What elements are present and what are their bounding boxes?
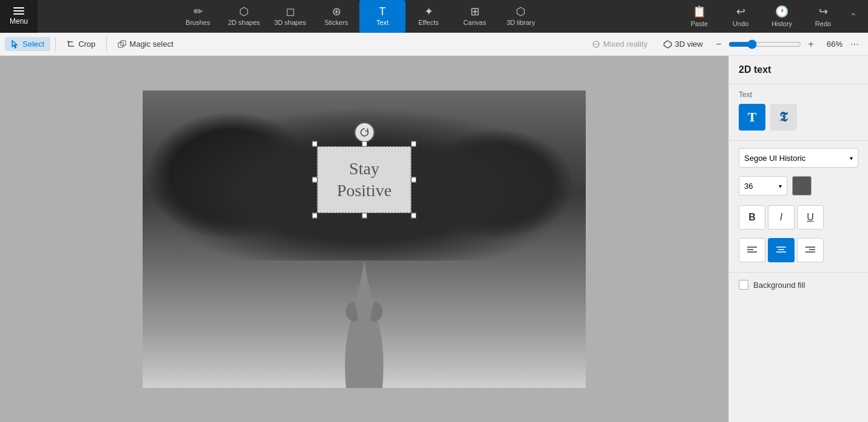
mixed-reality-icon bbox=[592, 40, 600, 49]
select-label: Select bbox=[22, 39, 44, 49]
font-size-chevron: ▾ bbox=[779, 183, 782, 189]
zoom-out-button[interactable]: − bbox=[713, 38, 725, 50]
zoom-percentage: 66% bbox=[821, 39, 843, 49]
select-icon bbox=[11, 40, 19, 49]
panel-title: 2D text bbox=[729, 56, 868, 81]
color-swatch[interactable] bbox=[792, 176, 812, 196]
zoom-in-button[interactable]: + bbox=[805, 38, 817, 50]
handle-bottom-right[interactable] bbox=[411, 213, 416, 219]
right-panel: 2D text Text T 𝕿 Segoe UI Historic ▾ 36 … bbox=[728, 56, 868, 422]
bold-button[interactable]: B bbox=[739, 205, 765, 230]
tool-stickers[interactable]: ⊛ Stickers bbox=[313, 0, 359, 33]
secondary-toolbar-right: Mixed reality 3D view − + 66% ··· bbox=[586, 36, 863, 53]
align-right-button[interactable] bbox=[797, 238, 824, 262]
paste-button[interactable]: 📋 Paste bbox=[681, 0, 717, 33]
stickers-icon: ⊛ bbox=[332, 6, 341, 17]
italic-button[interactable]: I bbox=[768, 205, 795, 230]
handle-top-left[interactable] bbox=[312, 141, 317, 146]
brushes-label: Brushes bbox=[186, 19, 210, 26]
underline-button[interactable]: U bbox=[797, 205, 824, 230]
text-plain-button[interactable]: T bbox=[739, 104, 765, 131]
background-fill-label: Background fill bbox=[753, 281, 805, 290]
brushes-icon: ✏ bbox=[194, 6, 203, 17]
view-3d-button[interactable]: 3D view bbox=[657, 37, 709, 51]
tool-3d-shapes[interactable]: ◻ 3D shapes bbox=[267, 0, 313, 33]
toolbar-tools: ✏ Brushes ⬡ 2D shapes ◻ 3D shapes ⊛ Stic… bbox=[38, 0, 681, 33]
toolbar-separator-2 bbox=[106, 37, 107, 52]
hand-area bbox=[328, 230, 401, 388]
font-size-value: 36 bbox=[744, 182, 753, 191]
canvas-area[interactable]: Stay Positive bbox=[0, 56, 728, 422]
redo-label: Redo bbox=[815, 20, 831, 27]
history-icon: 🕐 bbox=[775, 5, 788, 18]
handle-bottom-left[interactable] bbox=[312, 213, 317, 219]
3d-shapes-label: 3D shapes bbox=[274, 19, 307, 26]
effects-label: Effects bbox=[418, 19, 438, 26]
more-options-button[interactable]: ··· bbox=[846, 36, 863, 53]
rotation-handle[interactable] bbox=[354, 122, 375, 143]
text-section-label: Text bbox=[729, 87, 868, 101]
bold-icon: B bbox=[748, 212, 756, 223]
top-toolbar: Menu ✏ Brushes ⬡ 2D shapes ◻ 3D shapes ⊛… bbox=[0, 0, 868, 33]
stickers-label: Stickers bbox=[324, 19, 348, 26]
text-decorative-icon: 𝕿 bbox=[779, 109, 788, 125]
background-fill-checkbox[interactable] bbox=[739, 280, 748, 290]
tool-brushes[interactable]: ✏ Brushes bbox=[175, 0, 221, 33]
zoom-slider[interactable] bbox=[728, 39, 801, 49]
italic-icon: I bbox=[780, 212, 782, 223]
menu-icon bbox=[13, 7, 24, 15]
text-decorative-button[interactable]: 𝕿 bbox=[770, 104, 797, 131]
tool-2d-shapes[interactable]: ⬡ 2D shapes bbox=[221, 0, 267, 33]
3d-library-icon: ⬡ bbox=[516, 6, 526, 17]
undo-button[interactable]: ↩ Undo bbox=[722, 0, 759, 33]
size-row: 36 ▾ bbox=[729, 172, 868, 202]
text-icon: T bbox=[379, 6, 386, 17]
align-right-icon bbox=[805, 246, 815, 254]
font-family-chevron: ▾ bbox=[850, 155, 853, 162]
align-buttons bbox=[729, 236, 868, 270]
select-button[interactable]: Select bbox=[5, 37, 50, 51]
handle-top-right[interactable] bbox=[411, 141, 416, 146]
text-selection-box[interactable]: Stay Positive bbox=[317, 146, 412, 214]
history-label: History bbox=[771, 20, 792, 27]
handle-top-middle[interactable] bbox=[362, 141, 367, 146]
redo-icon: ↪ bbox=[819, 5, 828, 18]
font-family-value: Segoe UI Historic bbox=[744, 154, 805, 163]
mixed-reality-label: Mixed reality bbox=[603, 39, 648, 49]
svg-marker-4 bbox=[664, 41, 671, 48]
handle-middle-left[interactable] bbox=[312, 177, 317, 182]
text-selection-container[interactable]: Stay Positive bbox=[317, 122, 412, 214]
selection-handles bbox=[315, 144, 414, 216]
crop-label: Crop bbox=[78, 39, 95, 49]
tool-effects[interactable]: ✦ Effects bbox=[405, 0, 452, 33]
3d-shapes-icon: ◻ bbox=[286, 6, 295, 17]
paste-icon: 📋 bbox=[693, 5, 706, 18]
redo-button[interactable]: ↪ Redo bbox=[805, 0, 841, 33]
font-family-select[interactable]: Segoe UI Historic ▾ bbox=[739, 148, 858, 168]
canvas-label: Canvas bbox=[463, 19, 486, 26]
magic-select-icon bbox=[118, 40, 126, 49]
mixed-reality-button[interactable]: Mixed reality bbox=[586, 37, 654, 51]
menu-button[interactable]: Menu bbox=[0, 0, 38, 33]
align-left-icon bbox=[747, 246, 757, 254]
handle-middle-right[interactable] bbox=[411, 177, 416, 182]
rotation-icon bbox=[359, 128, 369, 137]
crop-button[interactable]: Crop bbox=[61, 37, 101, 51]
align-left-button[interactable] bbox=[739, 238, 765, 262]
main-area: Stay Positive 2D text Text T 𝕿 Segoe UI … bbox=[0, 56, 868, 422]
tool-text[interactable]: T Text bbox=[359, 0, 405, 33]
tool-3d-library[interactable]: ⬡ 3D library bbox=[498, 0, 544, 33]
align-center-button[interactable] bbox=[768, 238, 795, 262]
magic-select-button[interactable]: Magic select bbox=[112, 37, 179, 51]
text-plain-icon: T bbox=[748, 109, 757, 125]
tool-canvas[interactable]: ⊞ Canvas bbox=[452, 0, 498, 33]
format-buttons: B I U bbox=[729, 202, 868, 236]
align-center-icon bbox=[776, 246, 786, 254]
zoom-control: − + 66% bbox=[713, 38, 843, 50]
font-size-select[interactable]: 36 ▾ bbox=[739, 176, 787, 196]
history-button[interactable]: 🕐 History bbox=[764, 0, 800, 33]
toolbar-right: 📋 Paste ↩ Undo 🕐 History ↪ Redo ⌃ bbox=[681, 0, 868, 33]
collapse-panel-button[interactable]: ⌃ bbox=[846, 0, 861, 33]
text-style-buttons: T 𝕿 bbox=[729, 101, 868, 138]
handle-bottom-middle[interactable] bbox=[362, 213, 367, 219]
